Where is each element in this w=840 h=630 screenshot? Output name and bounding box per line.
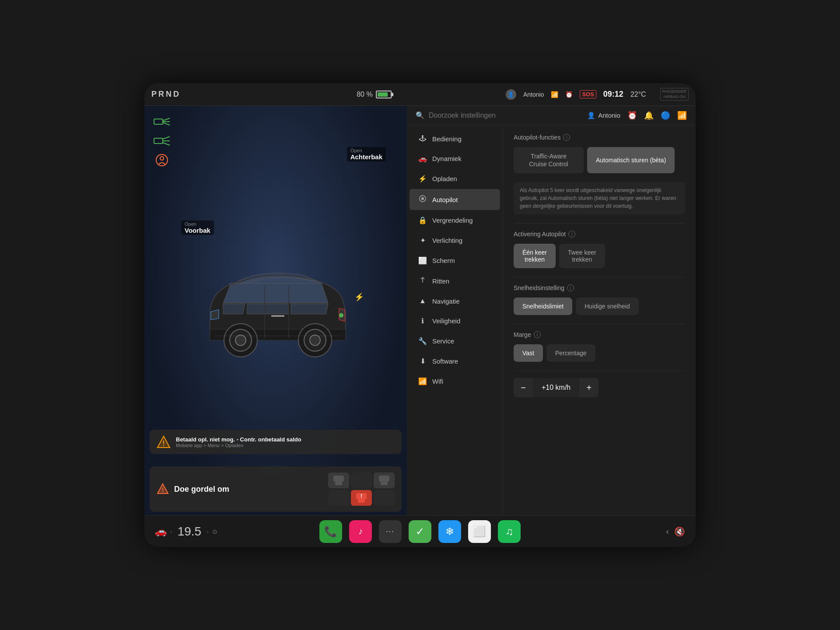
seatbelt-text: Doe gordel om [174, 485, 229, 494]
wifi-icon-status: 📶 [551, 91, 558, 98]
white-app-icon: ⬜ [473, 525, 486, 538]
weather-icon: ❄ [445, 525, 454, 538]
bell-icon[interactable]: 🔔 [644, 111, 654, 120]
marge-info[interactable]: i [534, 331, 541, 338]
activering-buttons: Één keertrekken Twee keertrekken [514, 244, 685, 268]
back-icon[interactable]: ‹ [666, 526, 669, 536]
svg-rect-4 [154, 138, 163, 144]
svg-rect-30 [381, 482, 388, 485]
huidige-snelheid-btn[interactable]: Huidige snelheid [576, 298, 639, 315]
svg-point-35 [421, 197, 424, 200]
app-white[interactable]: ⬜ [468, 520, 491, 543]
time-display: 09:12 [603, 90, 623, 99]
car-bottom-icon: 🚗 [155, 526, 167, 537]
dynamiek-label: Dynamiek [432, 155, 462, 162]
twee-keer-trekken-btn[interactable]: Twee keertrekken [559, 244, 605, 268]
speed-setting-label: Snelheidsinstelling [514, 284, 564, 291]
opladen-icon: ⚡ [418, 175, 427, 183]
voorbak-label: Open Voorbak [181, 220, 214, 235]
achterbak-title: Open [350, 148, 382, 153]
svg-rect-29 [379, 476, 389, 482]
speed-right-arrow[interactable]: › [206, 528, 209, 535]
scherm-label: Scherm [432, 257, 455, 264]
seat-rl [328, 490, 349, 506]
speed-setting-info[interactable]: i [567, 284, 574, 291]
navigatie-label: Navigatie [432, 298, 460, 305]
sidebar-item-autopilot[interactable]: Autopilot [410, 189, 500, 210]
speed-increase-btn[interactable]: + [579, 378, 598, 397]
veiligheid-label: Veiligheid [432, 317, 460, 325]
sos-label: SOS [580, 90, 596, 98]
sidebar-item-bediening[interactable]: 🕹 Bediening [410, 129, 500, 148]
verlichting-icon: ✦ [418, 236, 427, 245]
bediening-label: Bediening [432, 135, 462, 143]
passenger-airbag-badge: PASSENGER AIRBAG ON [660, 88, 689, 101]
right-panel: 🔍 👤 Antonio ⏰ 🔔 🔵 📶 [407, 106, 696, 515]
sidebar-item-software[interactable]: ⬇ Software [410, 351, 500, 371]
speed-left-arrow[interactable]: ‹ [170, 528, 172, 535]
sidebar-item-ritten[interactable]: Ritten [410, 271, 500, 291]
bediening-icon: 🕹 [418, 135, 427, 143]
app-phone[interactable]: 📞 [319, 520, 342, 543]
software-label: Software [432, 357, 458, 365]
speed-value-display: +10 km/h [533, 384, 579, 392]
search-input[interactable] [429, 112, 570, 119]
volume-mute-icon[interactable]: 🔇 [674, 526, 685, 537]
battery-section: 80 % [357, 91, 392, 98]
speed-decrease-btn[interactable]: − [514, 378, 533, 397]
sidebar-item-opladen[interactable]: ⚡ Opladen [410, 169, 500, 189]
achterbak-main: Achterbak [350, 153, 382, 161]
activering-info[interactable]: i [568, 231, 575, 238]
alarm-icon-settings[interactable]: ⏰ [627, 111, 637, 120]
service-icon: 🔧 [418, 337, 427, 345]
app-music[interactable]: ♪ [349, 520, 372, 543]
snelheidslimiet-btn[interactable]: Snelheidslimiet [514, 298, 572, 315]
sidebar-item-scherm[interactable]: ⬜ Scherm [410, 251, 500, 270]
user-name-text: Antonio [598, 112, 620, 119]
app-todo[interactable]: ✓ [409, 520, 431, 543]
seat-rr [374, 490, 395, 506]
wifi-nav-icon: 📶 [418, 377, 427, 385]
wifi-label: Wifi [432, 378, 443, 385]
percentage-label: Percentage [555, 350, 587, 357]
headlight-icon [153, 115, 171, 129]
dots-icon: ··· [386, 528, 394, 536]
divider-3 [514, 324, 685, 324]
seatbelt-card: ! Doe gordel om [150, 466, 402, 512]
seatbelt-left: ! Doe gordel om [157, 483, 229, 495]
wifi-icon-settings[interactable]: 📶 [677, 111, 687, 120]
een-keer-trekken-btn[interactable]: Één keertrekken [514, 244, 556, 268]
bluetooth-icon[interactable]: 🔵 [661, 111, 670, 120]
user-person-icon: 👤 [587, 112, 595, 119]
svg-point-13 [235, 335, 246, 346]
svg-rect-17 [271, 315, 284, 317]
ritten-label: Ritten [432, 277, 449, 285]
sidebar-item-vergrendeling[interactable]: 🔒 Vergrendeling [410, 210, 500, 230]
marge-label: Marge [514, 331, 531, 338]
percentage-btn[interactable]: Percentage [546, 344, 595, 362]
sidebar-item-dynamiek[interactable]: 🚗 Dynamiek [410, 149, 500, 168]
seat-fr [374, 472, 395, 488]
vast-btn[interactable]: Vast [514, 344, 543, 362]
svg-line-3 [163, 122, 170, 125]
app-spotify[interactable]: ♫ [498, 520, 521, 543]
app-dots[interactable]: ··· [379, 520, 402, 543]
sidebar-item-wifi[interactable]: 📶 Wifi [410, 371, 500, 391]
vergrendeling-label: Vergrendeling [432, 217, 473, 224]
search-top-row: 🔍 👤 Antonio ⏰ 🔔 🔵 📶 [407, 106, 696, 125]
warning-banner: ! Betaald opl. niet mog. - Contr. onbeta… [150, 430, 402, 454]
charge-indicator: ⚡ [354, 292, 364, 302]
alarm-icon-status: ⏰ [565, 91, 573, 98]
phone-icon: 📞 [324, 525, 337, 538]
software-icon: ⬇ [418, 357, 427, 365]
sidebar-item-verlichting[interactable]: ✦ Verlichting [410, 231, 500, 250]
sidebar-item-navigatie[interactable]: ▲ Navigatie [410, 291, 500, 311]
left-panel: Open Voorbak Open Achterbak [144, 106, 407, 515]
traffic-aware-btn[interactable]: Traffic-AwareCruise Control [514, 147, 584, 173]
app-weather[interactable]: ❄ [438, 520, 461, 543]
sidebar-item-service[interactable]: 🔧 Service [410, 331, 500, 351]
automatisch-sturen-btn[interactable]: Automatisch sturen (bèta) [587, 147, 675, 173]
sidebar-item-veiligheid[interactable]: ℹ Veiligheid [410, 311, 500, 331]
autopilot-functies-info[interactable]: i [563, 134, 570, 141]
search-bar[interactable]: 🔍 [407, 106, 578, 125]
